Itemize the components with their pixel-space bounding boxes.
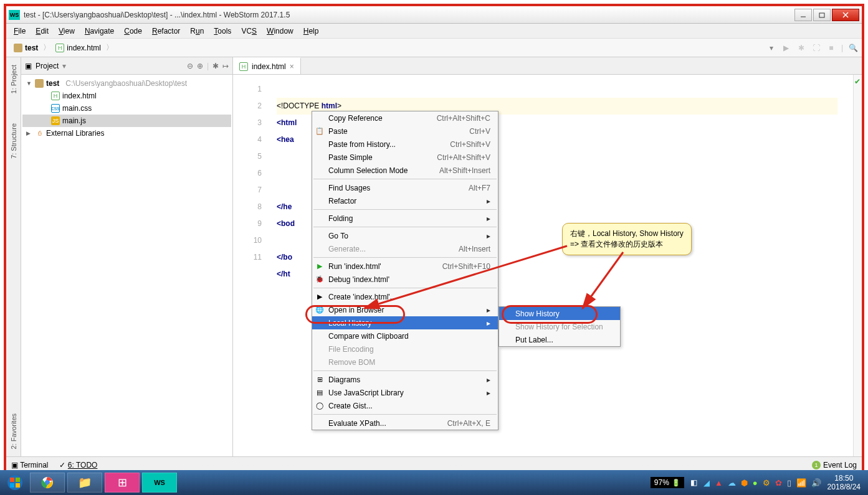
taskbar-app1[interactable]: ⊞ bbox=[105, 473, 140, 493]
tray-icon[interactable]: ◢ bbox=[703, 478, 710, 488]
ctx-item-28[interactable]: Evaluate XPath...Ctrl+Alt+X, E bbox=[312, 417, 498, 430]
sub-item-0[interactable]: Show History bbox=[499, 307, 620, 320]
sub-item-2[interactable]: Put Label... bbox=[499, 333, 620, 346]
tray-icon[interactable]: ▲ bbox=[715, 478, 723, 488]
tool-tab-structure[interactable]: 7: Structure bbox=[10, 121, 17, 161]
close-button[interactable] bbox=[832, 9, 859, 21]
ctx-item-0[interactable]: Copy ReferenceCtrl+Alt+Shift+C bbox=[312, 111, 498, 125]
menu-file[interactable]: File bbox=[10, 26, 29, 37]
hide-icon[interactable]: ↦ bbox=[222, 62, 229, 70]
tree-file-html[interactable]: H index.html bbox=[22, 90, 231, 102]
ctx-item-7[interactable]: Refactor▸ bbox=[312, 194, 498, 207]
search-icon[interactable]: 🔍 bbox=[848, 43, 858, 53]
ctx-item-15[interactable]: 🐞Debug 'index.html' bbox=[312, 273, 498, 286]
editor-tab-index[interactable]: H index.html × bbox=[233, 57, 301, 74]
tool-tab-project[interactable]: 1: Project bbox=[10, 62, 17, 96]
tray-icon[interactable]: ▯ bbox=[787, 478, 791, 488]
network-icon[interactable]: 📶 bbox=[796, 478, 806, 488]
settings-icon[interactable]: ✱ bbox=[212, 62, 219, 70]
ctx-sep bbox=[313, 227, 497, 227]
ctx-item-17[interactable]: ▶Create 'index.html'... bbox=[312, 290, 498, 303]
project-view-dropdown-icon[interactable]: ▾ bbox=[62, 62, 66, 70]
run-icon[interactable]: ▶ bbox=[781, 43, 791, 53]
tree-root-path: C:\Users\yangbaoshuai\Desktop\test bbox=[65, 79, 187, 88]
todo-tab[interactable]: ✓ 6: TODO bbox=[59, 461, 97, 469]
run-config-dropdown-icon[interactable]: ▾ bbox=[766, 43, 776, 53]
menu-edit[interactable]: Edit bbox=[32, 26, 52, 37]
ctx-label: Create 'index.html'... bbox=[328, 293, 396, 301]
ctx-item-2[interactable]: Paste from History...Ctrl+Shift+V bbox=[312, 138, 498, 151]
error-stripe[interactable]: ✔ bbox=[853, 75, 862, 456]
tree-external[interactable]: ▶ ⎙ External Libraries bbox=[22, 127, 231, 139]
crumb-sep: 〉 bbox=[43, 42, 50, 53]
svg-rect-8 bbox=[16, 478, 20, 482]
menu-refactor[interactable]: Refactor bbox=[148, 26, 184, 37]
folder-icon bbox=[35, 79, 44, 88]
tray-icon[interactable]: ☁ bbox=[728, 478, 736, 488]
ctx-item-26[interactable]: ◯Create Gist... bbox=[312, 399, 498, 412]
tray-action-center-icon[interactable]: ◧ bbox=[690, 478, 697, 487]
terminal-tab[interactable]: ▣ Terminal bbox=[11, 461, 48, 469]
menu-window[interactable]: Window bbox=[263, 26, 297, 37]
ctx-item-1[interactable]: 📋PasteCtrl+V bbox=[312, 125, 498, 138]
tree-file-js[interactable]: JS main.js bbox=[22, 115, 231, 127]
debug-icon[interactable]: ✱ bbox=[796, 43, 806, 53]
tab-close-icon[interactable]: × bbox=[290, 62, 294, 71]
taskbar-clock[interactable]: 18:50 2018/8/24 bbox=[827, 474, 861, 492]
taskbar-webstorm[interactable]: WS bbox=[142, 473, 177, 493]
tree-file-css[interactable]: css main.css bbox=[22, 102, 231, 115]
ctx-item-24[interactable]: ⊞Diagrams▸ bbox=[312, 373, 498, 386]
ctx-item-14[interactable]: ▶Run 'index.html'Ctrl+Shift+F10 bbox=[312, 260, 498, 273]
taskbar-explorer[interactable]: 📁 bbox=[67, 473, 102, 493]
tray-icon[interactable]: ⚙ bbox=[763, 478, 770, 488]
ctx-item-20[interactable]: Compare with Clipboard bbox=[312, 329, 498, 342]
tray-icon[interactable]: ✿ bbox=[775, 478, 782, 488]
taskbar-chrome[interactable] bbox=[30, 473, 65, 493]
tool-tab-favorites[interactable]: 2: Favorites bbox=[10, 411, 17, 451]
stop-icon[interactable]: ■ bbox=[826, 43, 836, 53]
event-log-tab[interactable]: 1 Event Log bbox=[812, 461, 857, 469]
minimize-button[interactable] bbox=[794, 9, 812, 21]
menu-help[interactable]: Help bbox=[300, 26, 323, 37]
editor-tabs: H index.html × bbox=[233, 57, 862, 75]
crumb-root[interactable]: test bbox=[10, 42, 42, 54]
ctx-item-19[interactable]: Local History▸ bbox=[312, 316, 498, 329]
menu-vcs[interactable]: VCS bbox=[237, 26, 260, 37]
crumb-file[interactable]: Hindex.html bbox=[52, 42, 105, 54]
sub-label: Show History for Selection bbox=[515, 323, 603, 331]
menu-code[interactable]: Code bbox=[120, 26, 146, 37]
expand-icon[interactable]: ▼ bbox=[26, 80, 32, 87]
project-view-icon[interactable]: ▣ bbox=[25, 62, 32, 70]
ctx-item-9[interactable]: Folding▸ bbox=[312, 212, 498, 225]
tree-root[interactable]: ▼ test C:\Users\yangbaoshuai\Desktop\tes… bbox=[22, 77, 231, 90]
collapse-icon[interactable]: ⊖ bbox=[187, 62, 193, 70]
ctx-item-25[interactable]: ▤Use JavaScript Library▸ bbox=[312, 386, 498, 399]
ctx-item-6[interactable]: Find UsagesAlt+F7 bbox=[312, 181, 498, 194]
submenu-arrow-icon: ▸ bbox=[468, 389, 490, 397]
tray-icon[interactable]: ⬢ bbox=[741, 478, 748, 488]
project-title[interactable]: Project bbox=[36, 62, 59, 70]
menu-navigate[interactable]: Navigate bbox=[81, 26, 118, 37]
globe-icon: 🌐 bbox=[315, 305, 325, 315]
ctx-label: File Encoding bbox=[328, 345, 374, 354]
ctx-item-11[interactable]: Go To▸ bbox=[312, 229, 498, 242]
ctx-item-18[interactable]: 🌐Open in Browser▸ bbox=[312, 303, 498, 316]
tray-icon[interactable]: ● bbox=[753, 478, 758, 488]
volume-icon[interactable]: 🔊 bbox=[811, 478, 821, 488]
left-gutter: 1: Project 7: Structure 2: Favorites bbox=[6, 57, 21, 456]
app-icon: WS bbox=[9, 10, 20, 20]
ctx-label: Create Gist... bbox=[328, 402, 373, 410]
target-icon[interactable]: ⊕ bbox=[197, 62, 203, 70]
coverage-icon[interactable]: ⛶ bbox=[811, 43, 821, 53]
ctx-item-4[interactable]: Column Selection ModeAlt+Shift+Insert bbox=[312, 164, 498, 177]
menu-run[interactable]: Run bbox=[186, 26, 207, 37]
maximize-button[interactable] bbox=[813, 9, 831, 21]
ctx-item-3[interactable]: Paste SimpleCtrl+Alt+Shift+V bbox=[312, 151, 498, 164]
expand-icon[interactable]: ▶ bbox=[26, 130, 32, 136]
menu-view[interactable]: View bbox=[55, 26, 79, 37]
shortcut: Ctrl+V bbox=[451, 127, 490, 136]
menu-tools[interactable]: Tools bbox=[210, 26, 235, 37]
battery-indicator[interactable]: 97%🔋 bbox=[651, 477, 684, 488]
start-button[interactable] bbox=[2, 473, 27, 493]
svg-rect-10 bbox=[16, 483, 20, 488]
